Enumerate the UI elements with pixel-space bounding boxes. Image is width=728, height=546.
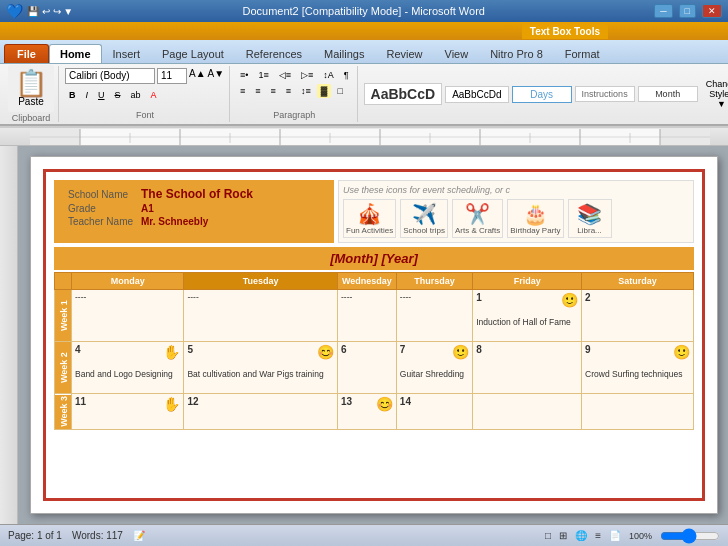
library-icon: 📚 xyxy=(577,202,602,226)
hand-icon: ✋ xyxy=(163,396,180,412)
highlight-button[interactable]: ab xyxy=(127,88,145,102)
font-size-box[interactable]: 11 xyxy=(157,68,187,84)
quick-access: 💾 ↩ ↪ ▼ xyxy=(27,6,73,17)
font-label: Font xyxy=(136,110,154,120)
show-formatting-button[interactable]: ¶ xyxy=(340,68,353,82)
tab-view[interactable]: View xyxy=(434,44,480,63)
align-left-button[interactable]: ≡ xyxy=(236,84,249,98)
cell-w1-thu[interactable]: ---- xyxy=(396,290,472,342)
day-number: 13 xyxy=(341,396,352,407)
border-button[interactable]: □ xyxy=(333,84,346,98)
day-number: 1 xyxy=(476,292,482,303)
cell-w3-fri[interactable] xyxy=(473,394,582,430)
italic-button[interactable]: I xyxy=(82,88,93,102)
teacher-label: Teacher Name xyxy=(64,215,137,228)
cell-w1-wed[interactable]: ---- xyxy=(338,290,397,342)
minimize-button[interactable]: ─ xyxy=(654,4,672,18)
cell-w2-sat[interactable]: 9 🙂 Crowd Surfing techniques xyxy=(582,342,694,394)
icon-fun-activities[interactable]: 🎪 Fun Activities xyxy=(343,199,396,238)
school-trips-icon: ✈️ xyxy=(412,202,437,226)
numbering-button[interactable]: 1≡ xyxy=(254,68,272,82)
style-month[interactable]: Month xyxy=(638,86,698,102)
cell-w3-thu[interactable]: 14 xyxy=(396,394,472,430)
col-thursday: Thursday xyxy=(396,273,472,290)
arts-crafts-icon: ✂️ xyxy=(465,202,490,226)
tab-home[interactable]: Home xyxy=(49,44,102,63)
arts-crafts-label: Arts & Crafts xyxy=(455,226,500,235)
view-web-layout[interactable]: 🌐 xyxy=(575,530,587,541)
bullets-button[interactable]: ≡• xyxy=(236,68,252,82)
strikethrough-button[interactable]: S xyxy=(111,88,125,102)
tab-file[interactable]: File xyxy=(4,44,49,63)
page-count: Page: 1 of 1 xyxy=(8,530,62,541)
view-print-layout[interactable]: □ xyxy=(545,530,551,541)
cell-w1-tue[interactable]: ---- xyxy=(184,290,338,342)
cell-w3-tue[interactable]: 12 xyxy=(184,394,338,430)
tab-review[interactable]: Review xyxy=(375,44,433,63)
cell-w1-sat[interactable]: 2 xyxy=(582,290,694,342)
table-row: Week 1 ---- ---- ---- ---- 1 🙂 Induction… xyxy=(55,290,694,342)
shading-button[interactable]: ▓ xyxy=(317,84,332,98)
view-draft[interactable]: 📄 xyxy=(609,530,621,541)
indent-increase-button[interactable]: ▷≡ xyxy=(297,68,317,82)
cell-w1-mon[interactable]: ---- xyxy=(72,290,184,342)
indent-decrease-button[interactable]: ◁≡ xyxy=(275,68,295,82)
align-right-button[interactable]: ≡ xyxy=(267,84,280,98)
align-center-button[interactable]: ≡ xyxy=(251,84,264,98)
zoom-slider[interactable] xyxy=(660,531,720,541)
icon-library[interactable]: 📚 Libra... xyxy=(568,199,612,238)
cell-text: Band and Logo Designing xyxy=(75,369,180,380)
font-size-increase[interactable]: A▲ xyxy=(189,68,206,84)
tab-page-layout[interactable]: Page Layout xyxy=(151,44,235,63)
icon-school-trips[interactable]: ✈️ School trips xyxy=(400,199,448,238)
restore-button[interactable]: □ xyxy=(679,4,696,18)
style-days[interactable]: Days xyxy=(512,86,572,103)
paste-button[interactable]: 📋 Paste xyxy=(8,65,54,112)
col-tuesday: Tuesday xyxy=(184,273,338,290)
school-header: School Name The School of Rock Grade A1 … xyxy=(54,180,694,243)
spell-check-icon[interactable]: 📝 xyxy=(133,530,145,541)
cell-w1-fri[interactable]: 1 🙂 Induction of Hall of Fame xyxy=(473,290,582,342)
view-outline[interactable]: ≡ xyxy=(595,530,601,541)
sort-button[interactable]: ↕A xyxy=(319,68,338,82)
cell-w2-fri[interactable]: 8 xyxy=(473,342,582,394)
font-size-decrease[interactable]: A▼ xyxy=(208,68,225,84)
icon-birthday-party[interactable]: 🎂 Birthday Party xyxy=(507,199,563,238)
library-label: Libra... xyxy=(577,226,601,235)
col-monday: Monday xyxy=(72,273,184,290)
tab-format[interactable]: Format xyxy=(554,44,611,63)
tab-mailings[interactable]: Mailings xyxy=(313,44,375,63)
cell-w2-thu[interactable]: 7 🙂 Guitar Shredding xyxy=(396,342,472,394)
style-instructions[interactable]: Instructions xyxy=(575,86,635,102)
document-page: School Name The School of Rock Grade A1 … xyxy=(30,156,718,514)
bold-button[interactable]: B xyxy=(65,88,80,102)
icon-arts-crafts[interactable]: ✂️ Arts & Crafts xyxy=(452,199,503,238)
tab-nitro[interactable]: Nitro Pro 8 xyxy=(479,44,554,63)
cell-w2-mon[interactable]: 4 ✋ Band and Logo Designing xyxy=(72,342,184,394)
view-full-screen[interactable]: ⊞ xyxy=(559,530,567,541)
cell-w2-wed[interactable]: 6 xyxy=(338,342,397,394)
status-bar: Page: 1 of 1 Words: 117 📝 □ ⊞ 🌐 ≡ 📄 100% xyxy=(0,524,728,546)
change-styles-button[interactable]: Change Styles ▼ xyxy=(702,77,728,111)
style-no-spacing[interactable]: AaBbCcDd xyxy=(445,86,508,103)
clipboard-label: Clipboard xyxy=(12,113,51,123)
cell-w3-wed[interactable]: 13 😊 xyxy=(338,394,397,430)
underline-button[interactable]: U xyxy=(94,88,109,102)
justify-button[interactable]: ≡ xyxy=(282,84,295,98)
cell-w2-tue[interactable]: 5 😊 Bat cultivation and War Pigs trainin… xyxy=(184,342,338,394)
font-color-button[interactable]: A xyxy=(147,88,161,102)
style-normal[interactable]: AaBbCcD xyxy=(364,83,443,105)
cell-text: Crowd Surfing techniques xyxy=(585,369,690,380)
line-spacing-button[interactable]: ↕≡ xyxy=(297,84,315,98)
calendar-table: Monday Tuesday Wednesday Thursday Friday… xyxy=(54,272,694,430)
hand-icon: ✋ xyxy=(163,344,180,360)
cell-w3-mon[interactable]: 11 ✋ xyxy=(72,394,184,430)
birthday-party-icon: 🎂 xyxy=(523,202,548,226)
font-name-box[interactable]: Calibri (Body) xyxy=(65,68,155,84)
ribbon: 📋 Paste Clipboard Calibri (Body) 11 A▲ A… xyxy=(0,64,728,126)
tab-insert[interactable]: Insert xyxy=(102,44,152,63)
close-button[interactable]: ✕ xyxy=(702,4,722,18)
cell-w3-sat[interactable] xyxy=(582,394,694,430)
textbox-tools-bar: Text Box Tools xyxy=(0,22,728,40)
tab-references[interactable]: References xyxy=(235,44,313,63)
